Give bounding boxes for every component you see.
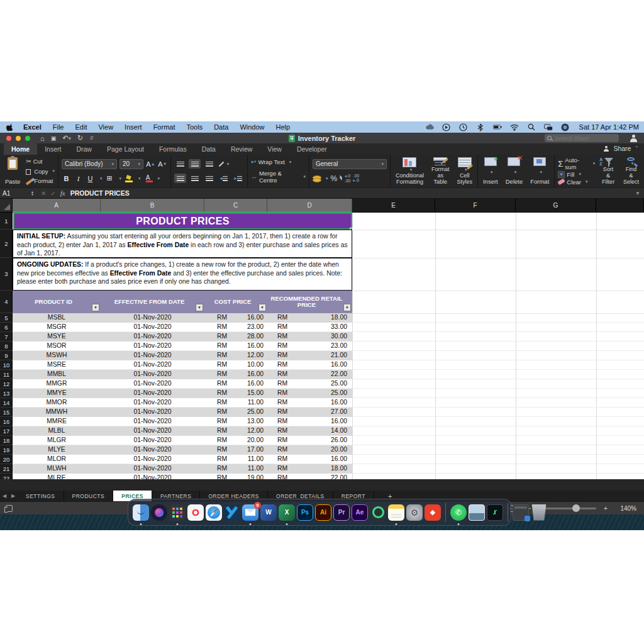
table-row[interactable]: MSWH01-Nov-2020RM12.00RM21.00 <box>13 351 644 360</box>
dock-after-effects[interactable]: Ae <box>352 504 368 521</box>
merge-centre-button[interactable]: ↔Merge & Centre▾ <box>251 170 306 184</box>
ribbon-tab-data[interactable]: Data <box>194 143 223 155</box>
cell-effective-date[interactable]: 01-Nov-2020 <box>101 370 204 379</box>
cell-retail-price[interactable]: RM22.00 <box>267 370 352 379</box>
cell-retail-price[interactable]: RM16.00 <box>267 360 352 370</box>
dock-safari[interactable] <box>206 504 222 521</box>
table-row[interactable]: MSGR01-Nov-2020RM23.00RM33.00 <box>13 323 644 332</box>
filter-button-cost-price[interactable]: ▼ <box>258 304 266 311</box>
home-icon[interactable]: ⌂ <box>40 135 45 142</box>
ribbon-tab-page-layout[interactable]: Page Layout <box>99 143 152 155</box>
chevron-up-icon[interactable]: ⌃ <box>634 145 639 152</box>
bluetooth-icon[interactable] <box>476 123 485 131</box>
insert-function-icon[interactable]: fx <box>60 189 65 197</box>
comma-format-button[interactable]: ⸅ <box>340 174 342 183</box>
conditional-formatting-button[interactable]: ▾ ConditionalFormatting <box>394 157 426 186</box>
redo-icon[interactable]: ↻ <box>77 134 83 142</box>
paste-button[interactable]: Paste <box>3 157 22 186</box>
cell-cost-price[interactable]: RM19.00 <box>204 474 267 479</box>
cell-cost-price[interactable]: RM12.00 <box>204 426 267 436</box>
cell-cost-price[interactable]: RM16.00 <box>204 370 267 379</box>
cut-button[interactable]: ✂Cut <box>26 158 55 165</box>
table-row[interactable]: MMYE01-Nov-2020RM15.00RM25.00 <box>13 389 644 398</box>
dock-illustrator[interactable]: Ai <box>315 504 331 521</box>
dock-android-studio[interactable] <box>370 504 386 521</box>
cell-retail-price[interactable]: RM25.00 <box>267 389 352 398</box>
dock-launchpad[interactable] <box>169 504 186 521</box>
menu-data[interactable]: Data <box>208 123 234 131</box>
dock-activity-preview[interactable] <box>487 504 503 521</box>
spotlight-icon[interactable] <box>527 123 536 131</box>
macro-record-icon[interactable] <box>6 505 13 512</box>
cell-product-id[interactable]: MMOR <box>13 398 101 408</box>
grow-font-button[interactable]: A▲ <box>146 159 155 169</box>
row-header-18[interactable]: 18 <box>0 436 13 445</box>
ribbon-tab-developer[interactable]: Developer <box>289 143 335 155</box>
menu-excel[interactable]: Excel <box>18 123 47 131</box>
confirm-entry-icon[interactable]: ✓ <box>50 190 55 197</box>
row-header-22[interactable]: 22 <box>0 474 13 479</box>
table-row[interactable]: MMWH01-Nov-2020RM25.00RM27.00 <box>13 408 644 417</box>
share-control[interactable]: Share ⌃ <box>603 145 639 152</box>
displays-icon[interactable] <box>544 123 553 131</box>
align-middle-button[interactable] <box>189 159 201 169</box>
cell-product-id[interactable]: MLRE <box>13 474 101 479</box>
table-row[interactable]: MMOR01-Nov-2020RM11.00RM16.00 <box>13 398 644 408</box>
minimize-window-button[interactable] <box>16 136 21 141</box>
dock-notes[interactable] <box>388 504 404 521</box>
row-header-5[interactable]: 5 <box>0 313 13 323</box>
zoom-in-button[interactable]: + <box>602 504 609 512</box>
table-row[interactable]: MLBL01-Nov-2020RM12.00RM14.00 <box>13 426 644 436</box>
close-window-button[interactable] <box>6 136 11 141</box>
table-row[interactable]: MLGR01-Nov-2020RM20.00RM26.00 <box>13 436 644 445</box>
cell-effective-date[interactable]: 01-Nov-2020 <box>101 313 204 323</box>
find-select-button[interactable]: ▾ Find &Select <box>621 157 641 186</box>
row-header-15[interactable]: 15 <box>0 408 13 417</box>
menu-tools[interactable]: Tools <box>180 123 208 131</box>
table-row[interactable]: MMBL01-Nov-2020RM16.00RM22.00 <box>13 370 644 379</box>
dock-vscode[interactable] <box>224 504 240 521</box>
recent-items-icon[interactable] <box>459 123 468 131</box>
row-header-11[interactable]: 11 <box>0 370 13 379</box>
dock-photos-preview[interactable] <box>469 504 485 521</box>
cell-retail-price[interactable]: RM22.00 <box>267 474 352 479</box>
dock-launcher-red[interactable]: ◆ <box>425 504 441 521</box>
align-right-button[interactable] <box>203 174 215 183</box>
sort-filter-button[interactable]: AZ▾ Sort &Filter <box>599 157 618 186</box>
cell-cost-price[interactable]: RM12.00 <box>204 351 267 360</box>
cell-retail-price[interactable]: RM30.00 <box>267 332 352 341</box>
row-header-8[interactable]: 8 <box>0 341 13 351</box>
borders-button[interactable]: ⊞ <box>105 174 114 183</box>
cell-cost-price[interactable]: RM11.00 <box>204 464 267 474</box>
cell-cost-price[interactable]: RM28.00 <box>204 332 267 341</box>
cell-product-id[interactable]: MSWH <box>13 351 101 360</box>
table-row[interactable]: MLWH01-Nov-2020RM11.00RM18.00 <box>13 464 644 474</box>
header-product-id[interactable]: PRODUCT ID ▼ <box>13 291 101 313</box>
select-all-corner[interactable] <box>0 199 13 213</box>
increase-decimal-button[interactable]: ◂.0.00 <box>345 174 351 183</box>
cell-effective-date[interactable]: 01-Nov-2020 <box>101 417 204 426</box>
row-header-6[interactable]: 6 <box>0 323 13 332</box>
cell-effective-date[interactable]: 01-Nov-2020 <box>101 389 204 398</box>
align-left-button[interactable] <box>174 174 186 183</box>
row-header-1[interactable]: 1 <box>0 213 13 230</box>
dock-finder[interactable] <box>133 504 149 521</box>
ribbon-tab-formulas[interactable]: Formulas <box>152 143 194 155</box>
cell-retail-price[interactable]: RM23.00 <box>267 341 352 351</box>
customize-toolbar-icon[interactable]: ⇵ <box>89 135 94 141</box>
table-row[interactable]: MMRE01-Nov-2020RM13.00RM16.00 <box>13 417 644 426</box>
menu-window[interactable]: Window <box>234 123 270 131</box>
filter-button-effective-date[interactable]: ▼ <box>196 304 203 311</box>
collapse-ribbon-icon[interactable]: ▼ <box>635 191 640 196</box>
cell-retail-price[interactable]: RM16.00 <box>267 417 352 426</box>
formula-contents[interactable]: PRODUCT PRICES <box>70 189 635 197</box>
format-cells-button[interactable]: ▾ Format <box>528 157 551 186</box>
cell-product-id[interactable]: MLWH <box>13 464 101 474</box>
cell-cost-price[interactable]: RM16.00 <box>204 313 267 323</box>
cell-effective-date[interactable]: 01-Nov-2020 <box>101 426 204 436</box>
table-row[interactable]: MLOR01-Nov-2020RM11.00RM16.00 <box>13 455 644 464</box>
table-row[interactable]: MSBL01-Nov-2020RM16.00RM18.00 <box>13 313 644 323</box>
ribbon-tab-draw[interactable]: Draw <box>69 143 99 155</box>
italic-button[interactable]: I <box>74 174 83 183</box>
cell-cost-price[interactable]: RM13.00 <box>204 417 267 426</box>
